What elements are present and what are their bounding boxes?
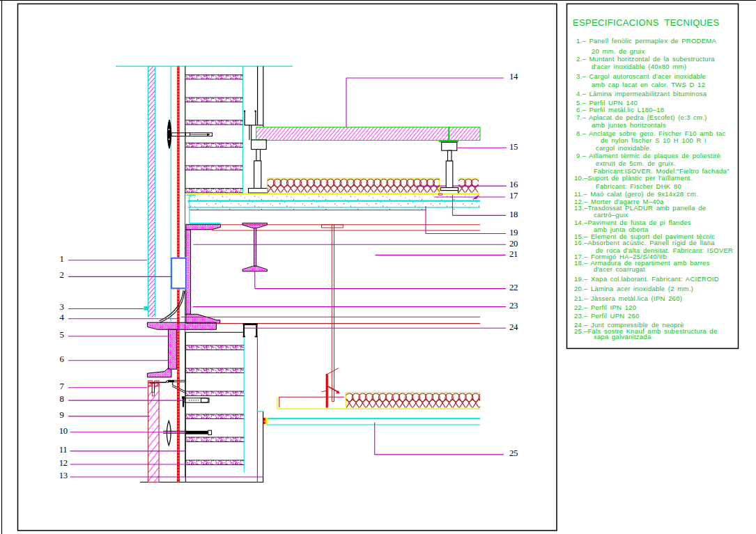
svg-text:20.– Làmina acer inoxidable (2: 20.– Làmina acer inoxidable (2 mm.): [574, 285, 693, 292]
svg-text:18: 18: [509, 210, 518, 219]
svg-text:16: 16: [509, 180, 518, 189]
svg-text:22: 22: [509, 283, 518, 292]
svg-text:9: 9: [60, 410, 64, 420]
svg-text:11.– Maó calat (gero) de 9x14x: 11.– Maó calat (gero) de 9x14x28 cm.: [574, 190, 698, 198]
svg-text:amb juntes horitzontals: amb juntes horitzontals: [592, 121, 666, 129]
svg-text:4.– Làmina impermeabilitzant b: 4.– Làmina impermeabilitzant bituminosa: [576, 90, 707, 97]
svg-text:1: 1: [60, 254, 64, 264]
svg-text:10: 10: [59, 426, 68, 436]
svg-text:17: 17: [509, 191, 518, 201]
svg-text:23: 23: [509, 301, 518, 311]
svg-text:12: 12: [59, 458, 68, 468]
svg-text:11: 11: [59, 445, 68, 455]
svg-text:8.– Anclatge sobre gero. Fisch: 8.– Anclatge sobre gero. Fischer F10 amb…: [576, 129, 725, 137]
svg-text:16.–Absorbent acústic. Panell: 16.–Absorbent acústic. Panell rígid de l…: [574, 239, 715, 246]
svg-text:cargol inoxidable.: cargol inoxidable.: [596, 144, 651, 152]
svg-text:4: 4: [60, 313, 65, 322]
svg-text:6.– Perfil metàl.lic L180–18: 6.– Perfil metàl.lic L180–18: [576, 106, 664, 113]
svg-text:1.– Panell fenòlic permaplex d: 1.– Panell fenòlic permaplex de PRODEMA: [576, 37, 716, 45]
svg-text:21: 21: [509, 249, 518, 259]
svg-text:15: 15: [509, 142, 518, 152]
svg-text:cartró–guix: cartró–guix: [594, 211, 628, 219]
svg-text:d'acer coarrugat: d'acer coarrugat: [594, 265, 645, 273]
svg-text:14: 14: [509, 72, 518, 81]
svg-text:de nylon fischer S 10 H 100 R: de nylon fischer S 10 H 100 R i: [601, 136, 707, 144]
svg-text:20: 20: [509, 239, 518, 249]
svg-text:20 mm. de gruix: 20 mm. de gruix: [592, 47, 645, 55]
svg-text:6: 6: [60, 354, 65, 364]
svg-text:21.– Jàssera metàl.lica (IPN 2: 21.– Jàssera metàl.lica (IPN 260): [574, 295, 682, 302]
svg-text:8: 8: [60, 394, 64, 404]
svg-text:25: 25: [509, 448, 518, 458]
svg-text:9.– Aïllament tèrmic de plaque: 9.– Aïllament tèrmic de plaques de polie…: [576, 152, 720, 159]
svg-text:24: 24: [509, 322, 518, 332]
svg-text:amb cap lacat en calor. TWS D: amb cap lacat en calor. TWS D 12: [592, 81, 705, 88]
svg-text:2.– Muntant horitzontal de la: 2.– Muntant horitzontal de la subestruct…: [576, 55, 715, 63]
svg-text:ESPECIFICACIONS TECNIQUES: ESPECIFICACIONS TECNIQUES: [573, 17, 719, 28]
svg-text:10.–Suport de plàstic per l'aï: 10.–Suport de plàstic per l'aïllament.: [574, 174, 692, 182]
svg-text:xapa galvanitzada: xapa galvanitzada: [594, 333, 651, 340]
svg-text:19: 19: [509, 228, 518, 237]
svg-text:23.– Perfil UPN 260: 23.– Perfil UPN 260: [574, 312, 640, 320]
svg-text:7: 7: [60, 382, 65, 391]
svg-text:22.– Perfil IPN 120: 22.– Perfil IPN 120: [574, 304, 636, 311]
svg-text:d'acer inoxidable (40x80 mm): d'acer inoxidable (40x80 mm): [592, 63, 686, 70]
svg-text:13: 13: [59, 471, 68, 480]
svg-text:5: 5: [60, 330, 64, 340]
svg-text:19.– Xapa col.laborant. Fabric: 19.– Xapa col.laborant. Fabricant: ACIER…: [574, 275, 719, 283]
svg-text:7.– Aplacat de pedra (Escofet): 7.– Aplacat de pedra (Escofet) (e:3 cm.): [576, 113, 707, 121]
svg-text:3: 3: [60, 302, 64, 312]
svg-text:2: 2: [60, 270, 64, 280]
svg-text:Fabricant:ISOVER. Model:“Fielt: Fabricant:ISOVER. Model:“Fieltro fachada…: [594, 167, 730, 175]
svg-text:extruït de 5cm. de gruix.: extruït de 5cm. de gruix.: [596, 159, 676, 167]
svg-text:3.– Cargol autoroscant d'acer: 3.– Cargol autoroscant d'acer inoxidable: [576, 72, 706, 80]
